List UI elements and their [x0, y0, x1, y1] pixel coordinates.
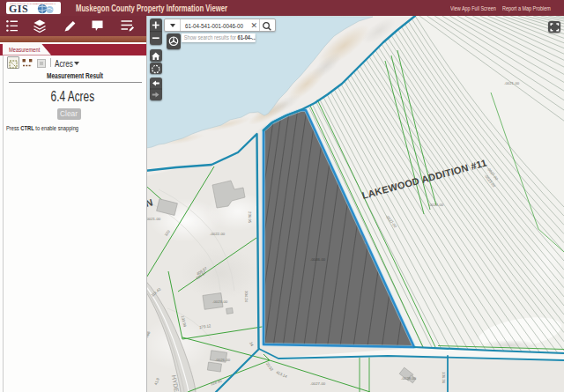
svg-text:304.24: 304.24: [244, 291, 249, 303]
svg-text:-0023-00: -0023-00: [212, 300, 228, 304]
svg-text:-0021-00: -0021-00: [145, 217, 161, 221]
svg-text:-0024-00: -0024-00: [428, 203, 444, 207]
svg-text:136.36: 136.36: [442, 372, 446, 384]
svg-text:-0046-00: -0046-00: [310, 257, 326, 262]
svg-text:-0021-00: -0021-00: [504, 81, 520, 85]
svg-text:-0027-00: -0027-00: [310, 381, 326, 386]
svg-text:236.95: 236.95: [248, 211, 252, 224]
svg-text:-0026-00: -0026-00: [215, 358, 231, 362]
svg-text:-0028-00: -0028-00: [401, 376, 417, 381]
svg-text:-0022-00: -0022-00: [210, 232, 226, 236]
